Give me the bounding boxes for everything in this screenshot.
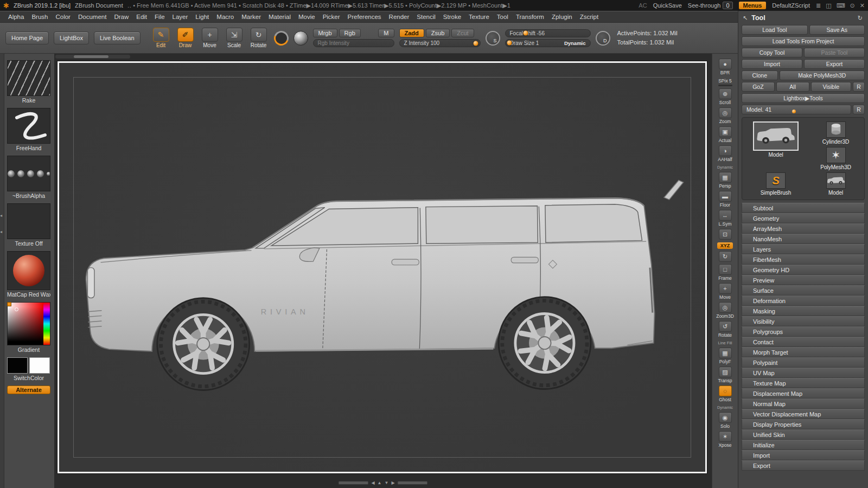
h-scrollbar[interactable] [398, 481, 428, 485]
focal-shift-slider[interactable]: Focal Shift -56 [505, 29, 591, 37]
tool-thumb-model-selected[interactable]: Model [753, 121, 799, 158]
color-selector-widget[interactable]: Gradient [7, 302, 50, 353]
load-tool-button[interactable]: Load Tool [742, 25, 808, 35]
subpalette-header[interactable]: Preview [742, 275, 865, 285]
zsub-button[interactable]: Zsub [426, 29, 450, 37]
menu-item[interactable]: Document [74, 12, 110, 21]
menu-item[interactable]: Layer [169, 12, 192, 21]
subpalette-header[interactable]: NanoMesh [742, 234, 865, 244]
goz-visible-button[interactable]: Visible [811, 82, 851, 92]
shelf-button-ghost[interactable]: ◌ Ghost [713, 386, 738, 402]
subpalette-header[interactable]: ArrayMesh [742, 223, 865, 234]
menu-item[interactable]: Marker [238, 12, 265, 21]
subpalette-header[interactable]: Subtool [742, 203, 865, 213]
canvas-area[interactable]: RIVIAN [54, 54, 712, 488]
shelf-button-rotate[interactable]: ↺ Rotate [713, 321, 738, 338]
goz-button[interactable]: GoZ [742, 82, 775, 92]
subpalette-header[interactable]: Masking [742, 306, 865, 316]
shelf-button-lsym[interactable]: ↔ L.Sym [713, 210, 738, 227]
scroll-down-icon[interactable]: ▼ [385, 480, 389, 485]
shelf-button-spin[interactable]: ↻ [713, 251, 738, 262]
shelf-button-scroll[interactable]: ⊕ Scroll [713, 88, 738, 105]
scroll-left-icon[interactable]: ◀ [371, 480, 374, 485]
brush-thumbnail[interactable] [7, 60, 50, 96]
menu-item[interactable]: Edit [132, 12, 151, 21]
current-brush-widget[interactable]: Rake [7, 60, 50, 104]
tool-thumb-cylinder3d[interactable]: Cylinder3D [822, 121, 849, 145]
subpalette-header[interactable]: Morph Target [742, 347, 865, 357]
titlebar-icon-monitor[interactable]: ◫ [826, 2, 831, 9]
menu-item[interactable]: Light [192, 12, 213, 21]
depth-curve-icon[interactable]: D [596, 31, 610, 46]
tray-collapse-icon[interactable]: ◂ [0, 230, 2, 234]
shelf-button-frame[interactable]: □ Frame [713, 264, 738, 281]
menu-item[interactable]: Brush [28, 12, 52, 21]
subpalette-header[interactable]: UV Map [742, 368, 865, 378]
copy-tool-button[interactable]: Copy Tool [742, 48, 802, 57]
import-button[interactable]: Import [742, 59, 802, 69]
save-as-button[interactable]: Save As [809, 25, 865, 35]
mode-button-draw[interactable]: ✐ Draw [175, 28, 196, 48]
menu-item[interactable]: Stroke [439, 12, 465, 21]
color-picker-circle[interactable] [271, 28, 291, 48]
gradient-color-picker[interactable] [7, 302, 50, 345]
subpalette-header[interactable]: Visibility [742, 316, 865, 326]
subpalette-header[interactable]: Vector Displacement Map [742, 409, 865, 419]
subpalette-header[interactable]: Initialize [742, 440, 865, 450]
shelf-button-aahalf[interactable]: ◑ AAHalf [713, 145, 738, 162]
menu-item[interactable]: Alpha [4, 12, 28, 21]
mode-button-move[interactable]: + Move [200, 28, 220, 48]
color-marker[interactable] [15, 307, 18, 311]
canvas-scroll-controls[interactable]: ◀ ▲ ▼ ▶ [338, 480, 427, 485]
menu-item[interactable]: Movie [295, 12, 319, 21]
home-page-button[interactable]: Home Page [5, 31, 49, 44]
m-button[interactable]: M [378, 29, 394, 37]
tray-scrollbar[interactable] [55, 55, 130, 59]
shelf-button-transp[interactable]: ▨ Transp [713, 367, 738, 383]
titlebar-icon-keyboard[interactable]: ⌨ [837, 2, 845, 9]
tool-thumb-model[interactable]: Model [826, 172, 846, 196]
live-boolean-button[interactable]: Live Boolean [94, 31, 141, 44]
shelf-button-xyz[interactable]: XYZ [713, 242, 738, 249]
current-alpha-widget[interactable]: ~BrushAlpha [7, 156, 50, 199]
subpalette-header[interactable]: Polygroups [742, 326, 865, 337]
model-rivian-suv[interactable]: RIVIAN [79, 157, 686, 408]
z-intensity-slider[interactable]: Z Intensity 100 [399, 39, 481, 47]
mrgb-button[interactable]: Mrgb [313, 29, 337, 37]
shelf-button-floor[interactable]: ▬ Floor [713, 191, 738, 208]
subpalette-header[interactable]: Unified Skin [742, 429, 865, 440]
scroll-right-icon[interactable]: ▶ [391, 480, 394, 485]
rgb-intensity-slider[interactable]: Rgb Intensity [313, 39, 394, 47]
titlebar-icon-mixer[interactable]: ≣ [816, 2, 821, 9]
subpalette-header[interactable]: Import [742, 450, 865, 460]
menu-item[interactable]: Stencil [413, 12, 439, 21]
titlebar-icon-close[interactable]: ✕ [860, 2, 865, 9]
tray-collapse-icon[interactable]: ◂ [0, 214, 2, 218]
draw-size-knob[interactable] [507, 41, 512, 46]
reload-icon[interactable]: ↻ [858, 15, 863, 22]
lightbox-button[interactable]: LightBox [54, 31, 89, 44]
subpalette-header[interactable]: Polypaint [742, 357, 865, 368]
zcut-button[interactable]: Zcut [451, 29, 474, 37]
hue-strip[interactable] [43, 303, 50, 345]
goz-all-button[interactable]: All [776, 82, 809, 92]
rgb-button[interactable]: Rgb [339, 29, 361, 37]
alternate-button[interactable]: Alternate [7, 386, 50, 394]
menu-item[interactable]: Color [52, 12, 74, 21]
draw-size-slider[interactable]: Draw Size 1 Dynamic [505, 39, 591, 47]
shelf-button-dynamic-ghost[interactable]: Dynamic [713, 404, 738, 410]
saturation-value-area[interactable] [8, 303, 43, 345]
switch-color-widget[interactable]: SwitchColor [7, 357, 50, 381]
menu-item[interactable]: Zscript [576, 12, 603, 21]
secondary-color-swatch[interactable] [29, 357, 50, 374]
menu-item[interactable]: Preferences [344, 12, 385, 21]
shelf-button-line-fill[interactable]: Line Fill [713, 340, 738, 345]
z-intensity-knob[interactable] [474, 41, 478, 46]
tool-index-slider[interactable]: Model. 41 [742, 105, 851, 114]
shelf-button-xpose[interactable]: ✶ Xpose [713, 431, 738, 448]
subpalette-header[interactable]: Contact [742, 337, 865, 347]
make-polymesh3d-button[interactable]: Make PolyMesh3D [780, 70, 865, 80]
subpalette-header[interactable]: Deformation [742, 296, 865, 306]
alpha-thumbnail[interactable] [7, 156, 50, 191]
clone-button[interactable]: Clone [742, 70, 778, 80]
